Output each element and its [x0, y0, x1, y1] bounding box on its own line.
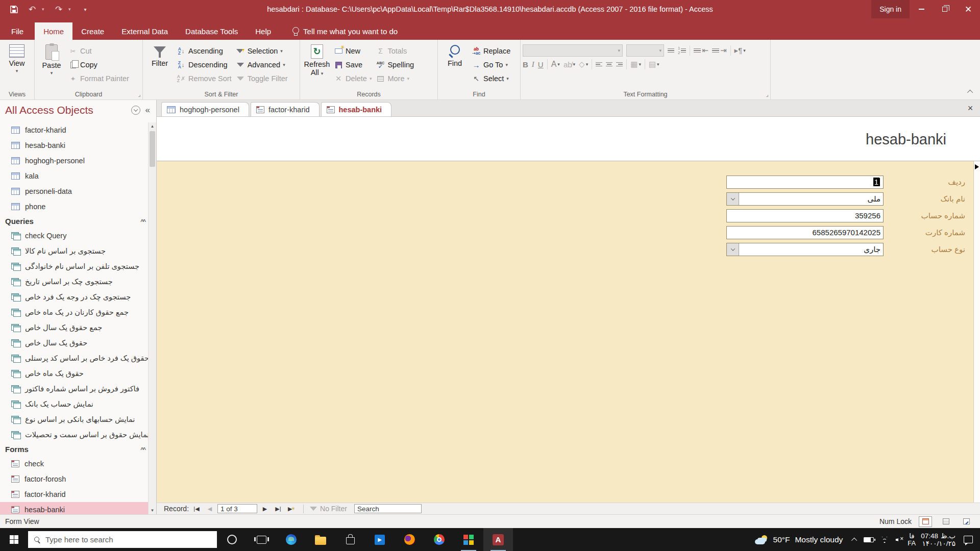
weather-widget[interactable]: 50°F Mostly cloudy — [749, 535, 849, 544]
task-view-button[interactable] — [247, 528, 276, 551]
nav-query-item[interactable]: جمع حقوق یک سال خاص — [0, 320, 148, 335]
taskbar-search-input[interactable]: Type here to search — [28, 531, 217, 548]
delete-record-button[interactable]: ✕ Delete ▾ — [332, 72, 374, 85]
nav-section-queries[interactable]: Queries^^ — [0, 214, 148, 228]
new-record-button[interactable]: New — [332, 45, 374, 57]
battery-icon[interactable] — [864, 537, 874, 542]
nav-query-item[interactable]: جستجوی بر اساس نام کالا — [0, 243, 148, 259]
edge-button[interactable] — [276, 528, 306, 551]
nav-section-forms[interactable]: Forms^^ — [0, 442, 148, 456]
next-record-icon[interactable]: ▶ — [259, 504, 271, 514]
doc-tab-hesab-banki[interactable]: hesab-banki — [321, 102, 392, 116]
tab-database-tools[interactable]: Database Tools — [177, 22, 247, 40]
dialog-launcher-icon[interactable]: ⌟ — [138, 91, 141, 98]
start-button[interactable] — [0, 528, 28, 551]
format-painter-button[interactable]: ✦ Format Painter — [66, 72, 131, 85]
cortana-button[interactable] — [217, 528, 247, 551]
close-button[interactable]: ✕ — [957, 0, 980, 18]
toggle-filter-button[interactable]: Toggle Filter — [234, 72, 290, 85]
increase-indent-icon[interactable]: ⇥ — [712, 46, 727, 55]
bullets-icon[interactable] — [668, 48, 674, 53]
nav-table-hoghogh-personel[interactable]: hoghogh-personel — [0, 153, 148, 168]
nav-query-item[interactable]: حقوق یک فرد خاص بر اساس کد پرسنلی — [0, 350, 148, 366]
previous-record-icon[interactable]: ◀ — [204, 504, 215, 514]
numbering-icon[interactable]: 12 — [678, 46, 686, 55]
italic-button[interactable]: I — [532, 60, 534, 69]
tell-me-box[interactable]: Tell me what you want to do — [292, 22, 398, 40]
no-filter-indicator[interactable]: No Filter — [310, 505, 347, 513]
redo-icon[interactable]: ↷ — [50, 2, 67, 17]
nav-query-item[interactable]: جستجوی چک در وجه یک فرد خاص — [0, 289, 148, 305]
selection-button[interactable]: Selection ▾ — [234, 45, 290, 57]
undo-icon[interactable]: ↶ — [23, 2, 41, 17]
nav-query-item[interactable]: نمایش حقوق بر اساس سمت و تحصیلات — [0, 427, 148, 442]
nav-query-item[interactable]: نمایش حسابهای بانکی بر اساس نوع — [0, 412, 148, 427]
nav-query-item[interactable]: جمع حقوق کارنان در یک ماه خاص — [0, 305, 148, 320]
gridlines-icon[interactable]: ▦ ▾ — [630, 60, 641, 69]
nav-menu-chevron-icon[interactable] — [131, 106, 140, 115]
volume-muted-icon[interactable] — [895, 537, 903, 543]
form-view-button[interactable] — [919, 516, 932, 527]
highlight-icon[interactable]: ab̸ ▾ — [564, 60, 575, 69]
shutter-bar-close-icon[interactable]: « — [143, 105, 152, 115]
nav-scrollbar[interactable]: ▲ ▼ — [148, 122, 156, 514]
tab-help[interactable]: Help — [247, 22, 280, 40]
firefox-button[interactable] — [395, 528, 424, 551]
close-document-icon[interactable]: × — [965, 103, 976, 114]
align-center-icon[interactable] — [606, 62, 612, 67]
more-button[interactable]: More ▾ — [374, 72, 416, 85]
nav-query-item[interactable]: حقوق یک ماه خاص — [0, 366, 148, 381]
find-button[interactable]: Find — [440, 43, 470, 67]
new-blank-record-icon[interactable]: ▶✳ — [286, 504, 297, 514]
bold-button[interactable]: B — [523, 60, 528, 69]
copy-button[interactable]: Copy — [66, 59, 131, 71]
nav-form-factor-forosh[interactable]: factor-forosh — [0, 471, 148, 487]
chrome-button[interactable] — [424, 528, 454, 551]
refresh-all-button[interactable]: ↻ Refresh All ▾ — [302, 43, 332, 77]
totals-button[interactable]: Σ Totals — [374, 45, 416, 57]
nav-table-kala[interactable]: kala — [0, 168, 148, 184]
access-taskbar-button[interactable]: A — [483, 528, 513, 551]
alternate-row-color-icon[interactable]: ▤ ▾ — [649, 60, 659, 69]
collapse-section-icon[interactable]: ^^ — [140, 446, 145, 453]
nav-query-item[interactable]: فاکتور فروش بر اساس شماره فاکتور — [0, 381, 148, 396]
hidden-icons-chevron[interactable] — [851, 537, 857, 543]
nav-table-factor-kharid[interactable]: factor-kharid — [0, 122, 148, 138]
doc-tab-factor-kharid[interactable]: factor-kharid — [251, 102, 320, 116]
sign-in-button[interactable]: Sign in — [871, 0, 910, 18]
go-to-button[interactable]: → Go To ▾ — [470, 59, 512, 71]
nav-form-factor-kharid[interactable]: factor-kharid — [0, 487, 148, 502]
replace-button[interactable]: ab⇢ac Replace — [470, 45, 512, 57]
customize-qat-icon[interactable]: ▾ — [77, 2, 94, 17]
advanced-button[interactable]: Advanced ▾ — [234, 59, 290, 71]
remove-sort-button[interactable]: AZ✗ Remove Sort — [175, 72, 234, 85]
datasheet-view-button[interactable] — [939, 516, 952, 527]
nav-query-item[interactable]: جستجوی تلفن بر اساس نام خانوادگی — [0, 259, 148, 274]
store-button[interactable] — [335, 528, 365, 551]
nav-query-item[interactable]: حقوق یک سال خاص — [0, 335, 148, 350]
tab-external-data[interactable]: External Data — [113, 22, 177, 40]
cut-button[interactable]: ✂ Cut — [66, 45, 131, 57]
field-bank-name-combo[interactable]: ملی — [726, 192, 884, 206]
design-view-button[interactable] — [960, 516, 973, 527]
field-account-number-input[interactable]: 359256 — [726, 209, 884, 222]
text-direction-icon[interactable]: ▸¶ ▾ — [734, 46, 746, 55]
nav-query-item[interactable]: check Query — [0, 228, 148, 243]
nav-table-hesab-banki[interactable]: hesab-banki — [0, 138, 148, 153]
fill-color-icon[interactable]: ◇ ▾ — [579, 60, 588, 69]
tab-file[interactable]: File — [0, 22, 35, 40]
colorful-grid-app-button[interactable] — [454, 528, 483, 551]
combo-dropdown-icon[interactable] — [727, 193, 739, 205]
record-position[interactable]: 1 of 3 — [217, 504, 257, 513]
align-left-icon[interactable] — [596, 62, 602, 67]
redo-caret-icon[interactable]: ▾ — [68, 7, 76, 12]
nav-table-personeli-data[interactable]: personeli-data — [0, 184, 148, 199]
nav-form-hesab-banki[interactable]: hesab-banki — [0, 502, 148, 514]
save-icon[interactable] — [5, 2, 22, 17]
tab-create[interactable]: Create — [72, 22, 113, 40]
wifi-icon[interactable] — [880, 537, 889, 543]
filter-button[interactable]: Filter — [145, 43, 175, 67]
scroll-up-icon[interactable]: ▲ — [149, 122, 156, 130]
minimize-button[interactable] — [910, 0, 933, 18]
nav-query-item[interactable]: نمایش حساب یک بانک — [0, 396, 148, 412]
